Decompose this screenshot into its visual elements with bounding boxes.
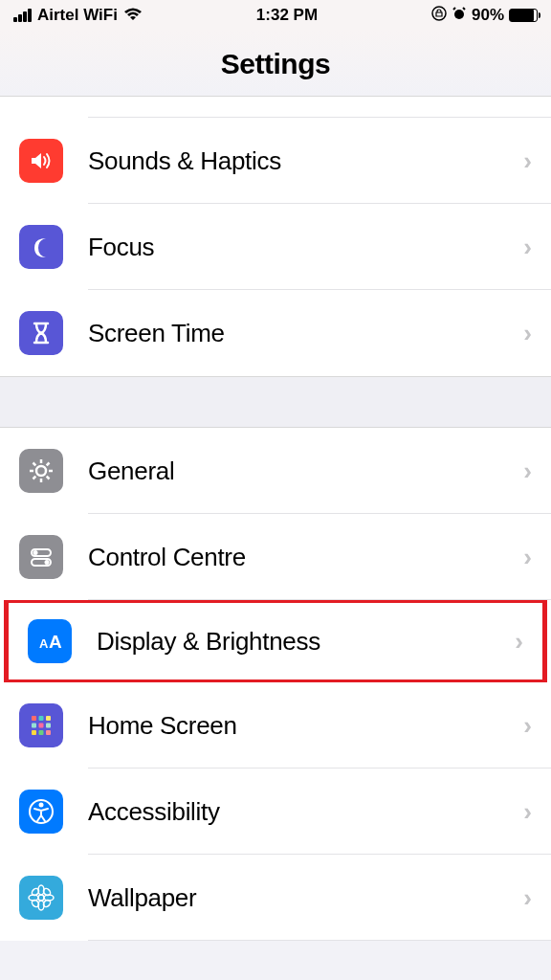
- apps-icon: [19, 703, 63, 747]
- svg-rect-20: [32, 724, 36, 728]
- highlight-annotation: AA Display & Brightness ›: [4, 598, 547, 684]
- chevron-right-icon: ›: [523, 543, 532, 572]
- svg-line-9: [33, 477, 36, 479]
- chevron-right-icon: ›: [523, 797, 532, 827]
- svg-point-28: [38, 895, 44, 901]
- settings-row-general[interactable]: General ›: [0, 428, 551, 514]
- svg-rect-18: [39, 716, 44, 721]
- settings-row-display-brightness[interactable]: AA Display & Brightness ›: [9, 603, 542, 679]
- svg-point-14: [45, 560, 50, 565]
- row-label: Focus: [88, 233, 523, 262]
- chevron-right-icon: ›: [523, 711, 532, 741]
- svg-rect-21: [39, 724, 44, 728]
- svg-line-10: [47, 463, 50, 466]
- settings-row-focus[interactable]: Focus ›: [0, 204, 551, 290]
- settings-row-control-centre[interactable]: Control Centre ›: [0, 514, 551, 600]
- row-label: Wallpaper: [88, 883, 523, 913]
- status-right: 90%: [431, 6, 538, 26]
- row-label: Display & Brightness: [97, 627, 515, 657]
- page-title: Settings: [0, 48, 551, 80]
- battery-percent: 90%: [472, 6, 504, 25]
- row-label: Screen Time: [88, 319, 523, 348]
- row-label: Sounds & Haptics: [88, 146, 523, 176]
- svg-rect-24: [39, 730, 44, 735]
- svg-point-27: [39, 803, 44, 808]
- settings-row-screen-time[interactable]: Screen Time ›: [0, 290, 551, 376]
- svg-rect-17: [32, 716, 36, 721]
- speaker-icon: [19, 139, 63, 183]
- svg-line-8: [47, 477, 50, 479]
- textsize-icon: AA: [28, 619, 72, 663]
- svg-point-2: [36, 466, 46, 476]
- settings-row-accessibility[interactable]: Accessibility ›: [0, 768, 551, 855]
- svg-rect-23: [32, 730, 36, 735]
- svg-rect-25: [46, 730, 51, 735]
- status-bar: Airtel WiFi 1:32 PM 90%: [0, 0, 551, 31]
- svg-rect-22: [46, 724, 51, 728]
- status-time: 1:32 PM: [256, 6, 318, 25]
- battery-icon: [509, 9, 538, 22]
- svg-point-12: [33, 550, 38, 555]
- hourglass-icon: [19, 311, 63, 355]
- section-separator: [0, 376, 551, 428]
- row-label: Control Centre: [88, 543, 523, 572]
- partial-row-top: [0, 97, 551, 118]
- status-left: Airtel WiFi: [13, 6, 143, 26]
- signal-icon: [13, 9, 32, 22]
- settings-row-wallpaper[interactable]: Wallpaper ›: [0, 855, 551, 941]
- gear-icon: [19, 449, 63, 493]
- chevron-right-icon: ›: [523, 233, 532, 262]
- chevron-right-icon: ›: [523, 146, 532, 176]
- chevron-right-icon: ›: [523, 319, 532, 348]
- chevron-right-icon: ›: [523, 457, 532, 486]
- wifi-icon: [123, 6, 143, 26]
- settings-row-sounds[interactable]: Sounds & Haptics ›: [0, 118, 551, 204]
- alarm-icon: [452, 6, 467, 26]
- page-header: Settings: [0, 31, 551, 97]
- svg-text:A: A: [49, 632, 62, 652]
- svg-text:A: A: [39, 636, 49, 651]
- row-label: Accessibility: [88, 797, 523, 827]
- chevron-right-icon: ›: [515, 627, 523, 657]
- chevron-right-icon: ›: [523, 883, 532, 913]
- settings-section-2: General › Control Centre › AA Display & …: [0, 428, 551, 941]
- svg-point-1: [454, 10, 464, 19]
- orientation-lock-icon: [431, 6, 447, 26]
- svg-point-0: [432, 7, 446, 20]
- settings-section-1: Sounds & Haptics › Focus › Screen Time ›: [0, 97, 551, 376]
- svg-rect-19: [46, 716, 51, 721]
- moon-icon: [19, 225, 63, 269]
- carrier-label: Airtel WiFi: [37, 6, 118, 25]
- row-label: General: [88, 457, 523, 486]
- accessibility-icon: [19, 790, 63, 834]
- row-label: Home Screen: [88, 711, 523, 741]
- flower-icon: [19, 876, 63, 920]
- settings-row-home-screen[interactable]: Home Screen ›: [0, 682, 551, 768]
- svg-line-7: [33, 463, 36, 466]
- toggles-icon: [19, 535, 63, 579]
